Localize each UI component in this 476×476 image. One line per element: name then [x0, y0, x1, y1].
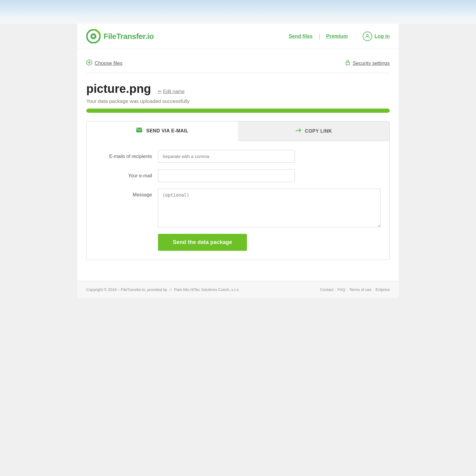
your-email-input[interactable] — [158, 169, 295, 182]
upload-success-text: Your data package was uploaded successfu… — [86, 98, 390, 104]
diamond-icon: ◇ — [169, 287, 172, 292]
progress-bar-fill — [86, 109, 390, 113]
choose-files-label: Choose files — [95, 60, 123, 66]
choose-files-button[interactable]: Choose files — [86, 60, 123, 67]
svg-rect-7 — [346, 62, 350, 65]
submit-row: Send the data package — [95, 234, 381, 251]
form-content: E-mails of recipients Your e-mail Messag… — [87, 141, 389, 260]
envelope-icon — [136, 127, 143, 134]
svg-rect-8 — [136, 128, 142, 132]
login-area: Log in — [363, 32, 390, 41]
footer-contact-link[interactable]: Contact — [320, 287, 333, 292]
footer-enterprise-link[interactable]: Entprise — [375, 287, 390, 292]
tab-email-label: SEND VIA E-MAIL — [146, 128, 188, 134]
send-files-link[interactable]: Send files — [283, 33, 318, 39]
file-name: picture.png — [86, 82, 151, 95]
top-nav: FileTransfer.io Send files | Premium Log… — [77, 24, 399, 49]
tab-email[interactable]: SEND VIA E-MAIL — [87, 121, 238, 141]
footer-faq-link[interactable]: FAQ — [338, 287, 345, 292]
logo-icon — [86, 29, 101, 43]
footer: Copyright © 2018 – FileTransfer.io, prov… — [77, 281, 399, 298]
security-settings-label: Security settings — [353, 60, 390, 66]
toolbar: Choose files Security settings — [86, 57, 390, 73]
footer-left: Copyright © 2018 – FileTransfer.io, prov… — [86, 287, 240, 292]
logo-text-accent: .io — [145, 32, 154, 41]
lock-icon — [345, 60, 350, 67]
footer-terms-link[interactable]: Terms of use — [349, 287, 371, 292]
your-email-row: Your e-mail — [95, 169, 381, 182]
svg-point-2 — [92, 35, 95, 37]
your-email-label: Your e-mail — [95, 173, 158, 178]
logo-area: FileTransfer.io — [86, 29, 283, 43]
pencil-icon: ✏ — [158, 89, 162, 94]
sky-background — [0, 0, 476, 24]
send-data-package-button[interactable]: Send the data package — [158, 234, 247, 251]
tab-copy-label: COPY LINK — [305, 129, 332, 134]
logo-text-main: FileTransfer — [104, 32, 145, 41]
security-settings-button[interactable]: Security settings — [345, 60, 390, 67]
tab-copy-link[interactable]: COPY LINK — [238, 121, 389, 141]
login-link[interactable]: Log in — [375, 33, 390, 39]
footer-right: Contact · FAQ · Terms of use · Entprise — [320, 287, 390, 292]
file-name-area: picture.png ✏ Edit name — [86, 82, 390, 95]
send-panel: SEND VIA E-MAIL COPY LINK E-mails o — [86, 121, 390, 260]
send-tabs: SEND VIA E-MAIL COPY LINK — [87, 121, 389, 141]
recipients-row: E-mails of recipients — [95, 150, 381, 163]
add-files-icon — [86, 60, 92, 67]
premium-link[interactable]: Premium — [320, 33, 354, 39]
logo-text: FileTransfer.io — [104, 32, 154, 41]
progress-bar-container — [86, 109, 390, 113]
login-icon — [363, 32, 372, 41]
message-label: Message — [95, 189, 158, 198]
message-textarea[interactable] — [158, 189, 381, 227]
nav-links: Send files | Premium — [283, 33, 354, 40]
edit-name-button[interactable]: ✏ Edit name — [158, 89, 184, 94]
message-row: Message — [95, 189, 381, 227]
svg-point-3 — [367, 35, 368, 36]
recipients-input[interactable] — [158, 150, 295, 163]
edit-name-label: Edit name — [163, 89, 184, 94]
recipients-label: E-mails of recipients — [95, 154, 158, 159]
forward-icon — [295, 128, 301, 134]
footer-company: Palo Alto HiTec Solutions Czech, s.r.o. — [174, 287, 239, 292]
footer-copyright: Copyright © 2018 – FileTransfer.io, prov… — [86, 287, 167, 292]
content-area: Choose files Security settings picture.p… — [77, 49, 399, 281]
